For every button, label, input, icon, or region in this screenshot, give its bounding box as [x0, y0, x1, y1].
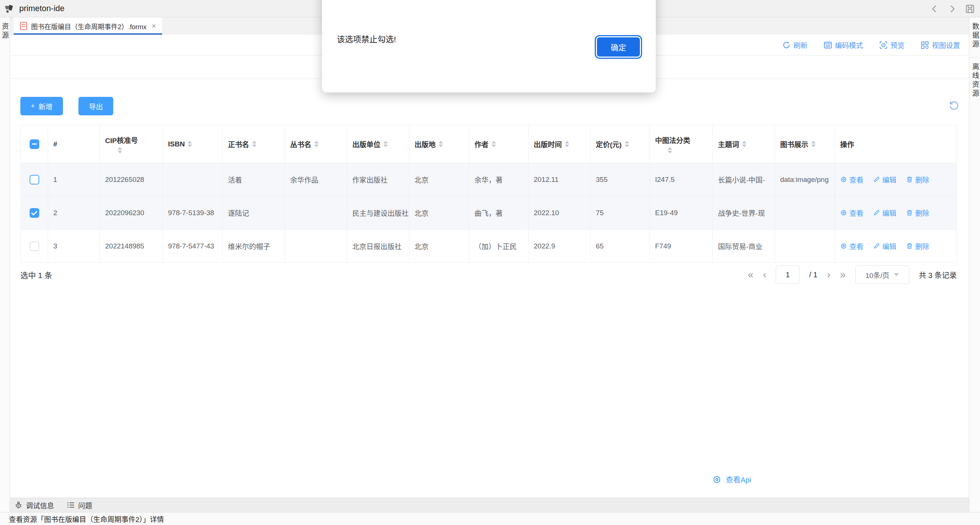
add-button[interactable]: + 新增 [21, 97, 63, 115]
row-checkbox[interactable] [30, 241, 39, 251]
sort-carets-icon[interactable] [668, 147, 672, 154]
preview-button[interactable]: 预览 [879, 40, 905, 50]
row-checkbox[interactable] [30, 175, 39, 184]
chevron-right-icon[interactable] [947, 4, 957, 14]
cell-clc: F749 [650, 230, 713, 263]
tab-formx[interactable]: 图书在版编目（生命周期事件2）.formx × [14, 17, 162, 35]
row-actions-cell: 查看编辑删除 [835, 196, 957, 230]
column-label: 出版时间 [534, 139, 562, 149]
refresh-button[interactable]: 刷新 [783, 40, 808, 50]
code-mode-button[interactable]: 编码模式 [824, 40, 863, 50]
view-button[interactable]: 查看 [840, 241, 864, 251]
col-header-place[interactable]: 出版地 [409, 125, 469, 163]
next-page-button[interactable]: › [827, 270, 830, 280]
view-button[interactable]: 查看 [840, 208, 864, 218]
table-header-row: #CIP核准号ISBN正书名丛书名出版单位出版地作者出版时间定价(元)中图法分类… [21, 125, 957, 163]
col-header-pub_date[interactable]: 出版时间 [528, 125, 591, 163]
view-api-link[interactable]: 查看Api [713, 474, 751, 485]
export-button[interactable]: 导出 [78, 97, 113, 115]
add-label: 新增 [38, 101, 52, 111]
eye-icon [840, 209, 847, 216]
col-header-author[interactable]: 作者 [469, 125, 528, 163]
col-header-title[interactable]: 正书名 [223, 125, 285, 163]
col-header-isbn[interactable]: ISBN [163, 125, 223, 163]
rail-item-offline-resources[interactable]: 离线资源 [969, 63, 980, 98]
chevron-left-icon[interactable] [930, 4, 939, 14]
cell-publisher: 作家出版社 [347, 163, 409, 196]
col-header-publisher[interactable]: 出版单位 [347, 125, 409, 163]
rail-divider [969, 57, 980, 58]
page-size-select[interactable]: 10条/页 [855, 265, 909, 284]
sort-carets-icon[interactable] [492, 141, 496, 147]
eye-icon [713, 475, 721, 484]
view-settings-button[interactable]: 视图设置 [921, 40, 960, 50]
last-page-button[interactable]: » [840, 270, 846, 280]
table-actions-bar: + 新增 导出 [21, 97, 113, 115]
sort-carets-icon[interactable] [252, 141, 256, 147]
cell-subject: 国际贸易-商业 [713, 230, 775, 263]
delete-button[interactable]: 删除 [906, 241, 929, 251]
prev-page-button[interactable]: ‹ [763, 270, 766, 280]
selected-count: 选中 1 条 [21, 269, 52, 280]
select-all-checkbox[interactable] [30, 140, 39, 149]
rail-item-datasource[interactable]: 数据源 [969, 22, 980, 49]
sort-carets-icon[interactable] [565, 141, 569, 147]
cell-index: 1 [48, 163, 100, 196]
sort-carets-icon[interactable] [188, 141, 192, 147]
row-checkbox[interactable] [30, 208, 39, 218]
view-button[interactable]: 查看 [840, 174, 864, 184]
col-header-cip[interactable]: CIP核准号 [100, 125, 163, 163]
first-page-button[interactable]: « [748, 270, 753, 280]
cell-series: 余华作品 [285, 163, 347, 196]
delete-button[interactable]: 删除 [906, 208, 929, 218]
edit-button[interactable]: 编辑 [873, 241, 896, 251]
page-number-input[interactable] [776, 265, 799, 284]
pagination: « ‹ / 1 › » 10条/页 共 3 条记录 [748, 265, 957, 284]
pencil-icon [873, 243, 880, 249]
sort-carets-icon[interactable] [314, 141, 319, 147]
col-header-display[interactable]: 图书展示 [775, 125, 835, 163]
row-select-cell [21, 163, 48, 196]
save-icon[interactable] [965, 4, 975, 14]
ok-button[interactable]: 确定 [596, 36, 641, 58]
col-header-series[interactable]: 丛书名 [285, 125, 347, 163]
app-window: primeton-ide 资源 数据源 离线资源 [0, 0, 980, 525]
rail-item-resources[interactable]: 资源 [0, 22, 10, 40]
col-header-clc[interactable]: 中图法分类 [650, 125, 713, 163]
sort-carets-icon[interactable] [742, 141, 746, 147]
column-label: # [53, 140, 57, 148]
sort-carets-icon[interactable] [625, 141, 629, 147]
table-refresh-icon[interactable] [949, 101, 959, 111]
export-label: 导出 [89, 101, 103, 111]
edit-button[interactable]: 编辑 [873, 174, 896, 184]
sort-carets-icon[interactable] [118, 147, 122, 154]
alert-dialog: 该选项禁止勾选! 确定 [322, 0, 656, 92]
column-label: 正书名 [228, 139, 249, 149]
plus-icon: + [31, 102, 35, 110]
problems-button[interactable]: 问题 [67, 500, 92, 510]
sort-carets-icon[interactable] [811, 141, 816, 147]
form-view-content: 刷新 编码模式 [10, 35, 969, 498]
cell-cip: 2022096230 [100, 196, 163, 230]
status-bar: 查看资源「图书在版编目（生命周期事件2）」详情 [0, 512, 980, 525]
bug-icon [14, 501, 22, 509]
page-size-value: 10条/页 [865, 270, 889, 280]
app-title: primeton-ide [19, 4, 64, 13]
cell-display [775, 230, 835, 263]
sort-carets-icon[interactable] [439, 141, 443, 147]
col-header-price[interactable]: 定价(元) [591, 125, 650, 163]
cell-series [285, 196, 347, 230]
view-settings-label: 视图设置 [932, 40, 960, 50]
sort-carets-icon[interactable] [383, 141, 388, 147]
column-label: ISBN [168, 140, 185, 148]
cell-index: 2 [48, 196, 100, 230]
column-label: 丛书名 [290, 139, 311, 149]
delete-button[interactable]: 删除 [906, 174, 929, 184]
table-footer: 选中 1 条 « ‹ / 1 › » 10条/页 共 3 条记录 [21, 262, 957, 288]
cell-cip: 2022148985 [100, 230, 163, 263]
debug-info-button[interactable]: 调试信息 [14, 500, 54, 510]
close-icon[interactable]: × [152, 22, 156, 30]
col-header-subject[interactable]: 主题词 [713, 125, 775, 163]
refresh-label: 刷新 [794, 40, 808, 50]
edit-button[interactable]: 编辑 [873, 208, 896, 218]
